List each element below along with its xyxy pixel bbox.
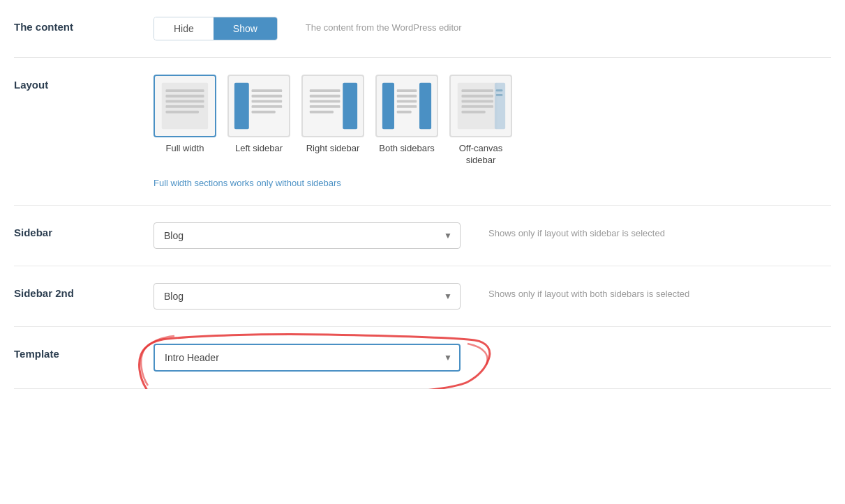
layout-thumb-left-sidebar <box>227 75 290 137</box>
svg-rect-19 <box>419 83 431 129</box>
svg-rect-21 <box>397 95 417 98</box>
svg-rect-15 <box>310 105 341 108</box>
svg-rect-12 <box>310 89 341 92</box>
layout-option-left-sidebar[interactable]: Left sidebar <box>227 75 290 155</box>
svg-rect-1 <box>165 89 204 92</box>
content-control-area: Hide Show The content from the WordPress… <box>154 17 831 40</box>
svg-rect-23 <box>397 105 417 108</box>
svg-rect-10 <box>252 105 283 108</box>
svg-rect-24 <box>397 111 412 114</box>
sidebar2-select[interactable]: Blog Footer Primary <box>154 283 461 310</box>
svg-rect-29 <box>461 105 493 108</box>
sidebar2-select-wrapper: Blog Footer Primary ▼ <box>154 283 461 310</box>
layout-option-right-sidebar[interactable]: Right sidebar <box>301 75 364 155</box>
svg-rect-18 <box>382 83 394 129</box>
layout-thumb-both-sidebars <box>375 75 438 137</box>
svg-rect-16 <box>310 111 334 114</box>
layout-control-area: Full width Left sidebar <box>154 75 831 188</box>
svg-rect-9 <box>252 100 283 102</box>
template-label: Template <box>14 344 154 360</box>
layout-thumb-full-width <box>154 75 216 137</box>
svg-rect-28 <box>461 100 493 102</box>
layout-thumb-off-canvas <box>449 75 512 137</box>
content-label: The content <box>14 17 154 33</box>
hide-button[interactable]: Hide <box>154 17 214 40</box>
svg-rect-2 <box>165 95 204 98</box>
svg-rect-30 <box>461 111 485 114</box>
sidebar-label: Sidebar <box>14 222 154 238</box>
template-select[interactable]: Intro Header Default Full Width Landing … <box>154 344 461 372</box>
sidebar2-label: Sidebar 2nd <box>14 283 154 299</box>
template-select-wrapper: Intro Header Default Full Width Landing … <box>154 344 461 372</box>
layout-label: Layout <box>14 75 154 91</box>
layout-options-group: Full width Left sidebar <box>154 75 831 167</box>
sidebar-select-wrapper: Blog Footer Primary ▼ <box>154 222 461 249</box>
layout-label-both-sidebars: Both sidebars <box>379 143 435 155</box>
content-hint: The content from the WordPress editor <box>306 17 462 33</box>
show-button[interactable]: Show <box>214 17 277 40</box>
svg-rect-14 <box>310 100 341 102</box>
sidebar-hint: Shows only if layout with sidebar is sel… <box>488 222 665 238</box>
svg-rect-5 <box>165 111 198 114</box>
layout-label-full-width: Full width <box>166 143 204 155</box>
template-control-area: Intro Header Default Full Width Landing … <box>154 344 831 372</box>
layout-label-right-sidebar: Right sidebar <box>306 143 360 155</box>
svg-rect-33 <box>496 94 502 96</box>
svg-rect-6 <box>234 83 249 129</box>
svg-rect-20 <box>397 89 417 92</box>
svg-rect-22 <box>397 100 417 102</box>
content-setting-row: The content Hide Show The content from t… <box>14 0 831 58</box>
sidebar-select[interactable]: Blog Footer Primary <box>154 222 461 249</box>
layout-option-off-canvas[interactable]: Off-canvas sidebar <box>449 75 512 167</box>
layout-info-text: Full width sections works only without s… <box>154 178 831 188</box>
svg-rect-4 <box>165 105 204 108</box>
svg-rect-7 <box>252 89 283 92</box>
svg-rect-3 <box>165 100 204 102</box>
layout-option-both-sidebars[interactable]: Both sidebars <box>375 75 438 155</box>
layout-label-off-canvas: Off-canvas sidebar <box>449 143 512 167</box>
template-setting-row: Template Intro Header Default Full Width… <box>14 327 831 389</box>
sidebar2-control-area: Blog Footer Primary ▼ Shows only if layo… <box>154 283 831 310</box>
layout-label-left-sidebar: Left sidebar <box>235 143 283 155</box>
svg-rect-11 <box>252 111 276 114</box>
svg-rect-8 <box>252 95 283 98</box>
layout-option-full-width[interactable]: Full width <box>154 75 216 155</box>
sidebar-setting-row: Sidebar Blog Footer Primary ▼ Shows only… <box>14 206 831 266</box>
svg-rect-26 <box>461 89 493 92</box>
sidebar2-hint: Shows only if layout with both sidebars … <box>488 283 689 299</box>
svg-rect-27 <box>461 95 493 98</box>
svg-rect-17 <box>343 83 357 129</box>
content-toggle-group[interactable]: Hide Show <box>154 17 278 40</box>
layout-setting-row: Layout Full width <box>14 58 831 206</box>
sidebar-control-area: Blog Footer Primary ▼ Shows only if layo… <box>154 222 831 249</box>
sidebar2-setting-row: Sidebar 2nd Blog Footer Primary ▼ Shows … <box>14 266 831 327</box>
svg-rect-13 <box>310 95 341 98</box>
layout-thumb-right-sidebar <box>301 75 364 137</box>
svg-rect-32 <box>496 89 502 91</box>
